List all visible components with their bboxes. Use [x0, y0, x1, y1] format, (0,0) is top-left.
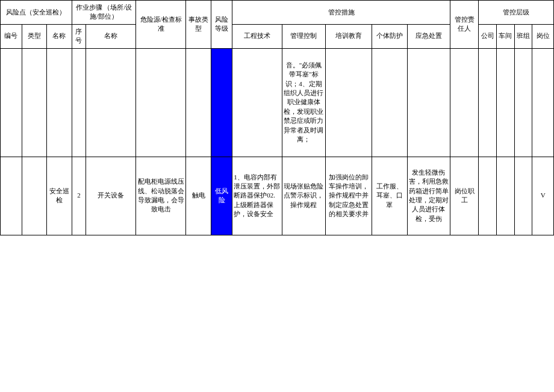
- header-controlmeasure: 管控措施: [232, 1, 450, 25]
- cell-type: [22, 48, 47, 157]
- header-emergency: 应急处置: [407, 24, 450, 48]
- cell-accident: [186, 48, 211, 157]
- header-controllevel: 管控层级: [479, 1, 554, 25]
- cell-mgmtcontrol: 现场张贴危险点警示标识，操作规程: [282, 157, 325, 235]
- header-controlresp: 管控责任人: [450, 1, 479, 49]
- header-riskpoint: 风险点（安全巡检）: [1, 1, 72, 25]
- cell-ppe: [372, 48, 407, 157]
- cell-engineering: 1、电容内部有泄压装置，外部断路器保护02.上级断路器保护，设备安全: [232, 157, 282, 235]
- cell-hazard: 配电柜电源线压线、松动脱落会导致漏电，会导致电击: [136, 157, 186, 235]
- cell-team: [514, 157, 532, 235]
- cell-name: [47, 48, 72, 157]
- cell-workshop: [497, 157, 515, 235]
- cell-post: [532, 48, 554, 157]
- cell-name: 安全巡检: [47, 157, 72, 235]
- cell-company: [479, 48, 497, 157]
- header-accident: 事故类型: [186, 1, 211, 49]
- cell-company: [479, 157, 497, 235]
- cell-emergency: 发生轻微伤害，利用急救药箱进行简单处理，定期对人员进行体检，受伤: [407, 157, 450, 235]
- cell-type: [22, 157, 47, 235]
- cell-ppe: 工作服、耳塞、口罩: [372, 157, 407, 235]
- cell-post: V: [532, 157, 554, 235]
- header-type: 类型: [22, 24, 47, 48]
- header-workstep: 作业步骤 （场所/设施/部位）: [72, 1, 136, 25]
- header-stepname: 名称: [86, 24, 136, 48]
- header-post: 岗位: [532, 24, 554, 48]
- header-team: 班组: [514, 24, 532, 48]
- cell-workshop: [497, 48, 515, 157]
- cell-id: [1, 157, 22, 235]
- table-row: 音。"必须佩带耳塞"标识；4、定期组织人员进行职业健康体检，发现职业禁忌症或听力…: [1, 48, 554, 157]
- header-id: 编号: [1, 24, 22, 48]
- cell-responsible: [450, 48, 479, 157]
- cell-training: 加强岗位的卸车操作培训，操作规程中并制定应急处置的相关要求并: [325, 157, 372, 235]
- cell-stepname: [86, 48, 136, 157]
- header-training: 培训教育: [325, 24, 372, 48]
- cell-risklevel: [211, 48, 232, 157]
- cell-hazard: [136, 48, 186, 157]
- cell-team: [514, 48, 532, 157]
- table-row: 安全巡检 2 开关设备 配电柜电源线压线、松动脱落会导致漏电，会导致电击 触电 …: [1, 157, 554, 235]
- risk-table: 风险点（安全巡检） 作业步骤 （场所/设施/部位） 危险源/检查标准 事故类型 …: [0, 0, 554, 235]
- cell-seq: [72, 48, 86, 157]
- cell-engineering: [232, 48, 282, 157]
- cell-responsible: 岗位职工: [450, 157, 479, 235]
- header-ppe: 个体防护: [372, 24, 407, 48]
- header-hazard: 危险源/检查标准: [136, 1, 186, 49]
- cell-seq: 2: [72, 157, 86, 235]
- cell-stepname: 开关设备: [86, 157, 136, 235]
- cell-training: [325, 48, 372, 157]
- cell-emergency: [407, 48, 450, 157]
- cell-accident: 触电: [186, 157, 211, 235]
- cell-mgmtcontrol: 音。"必须佩带耳塞"标识；4、定期组织人员进行职业健康体检，发现职业禁忌症或听力…: [282, 48, 325, 157]
- header-engineering: 工程技术: [232, 24, 282, 48]
- header-company: 公司: [479, 24, 497, 48]
- header-risklevel: 风险等级: [211, 1, 232, 49]
- header-seq: 序号: [72, 24, 86, 48]
- cell-id: [1, 48, 22, 157]
- cell-risklevel: 低风险: [211, 157, 232, 235]
- header-mgmtcontrol: 管理控制: [282, 24, 325, 48]
- header-workshop: 车间: [497, 24, 515, 48]
- header-name: 名称: [47, 24, 72, 48]
